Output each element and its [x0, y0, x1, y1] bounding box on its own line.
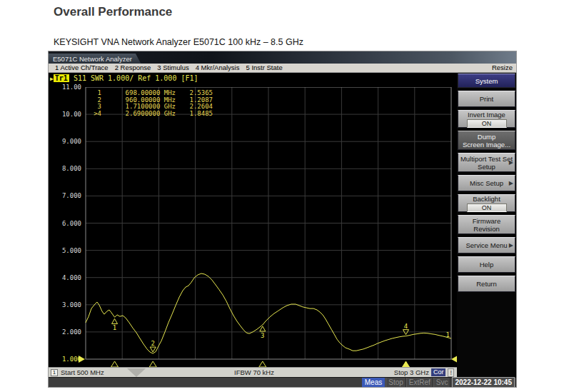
- submenu-arrow-icon: ▶: [509, 241, 513, 248]
- svc-status-badge: Svc: [433, 378, 451, 387]
- stop-status-badge: Stop: [386, 378, 406, 387]
- softkey-misc-setup[interactable]: Misc Setup▶: [458, 175, 515, 191]
- submenu-arrow-icon: ▶: [509, 179, 513, 186]
- ref-level-left-arrow-icon: [79, 356, 85, 363]
- marker-1-number: 1: [113, 324, 116, 331]
- menu-item-3[interactable]: 3 Stimulus: [157, 64, 188, 72]
- softkey-label: Help: [480, 261, 494, 268]
- menu-items: 1 Active Ch/Trace2 Response3 Stimulus4 M…: [49, 64, 283, 71]
- softkey-label: Setup: [478, 163, 495, 171]
- ref-level-right-arrow-icon: [451, 356, 457, 363]
- swr-plot: 11234: [77, 87, 457, 368]
- stop-frequency-label: Stop 3 GHz: [394, 368, 429, 377]
- document-page: Overall Performance KEYSIGHT VNA Network…: [0, 0, 564, 392]
- marker-4-stimulus-triangle: [403, 361, 410, 367]
- softkey-label: Backlight: [473, 195, 500, 203]
- meas-status-badge: Meas: [362, 378, 385, 387]
- softkey-dump-screen-image[interactable]: DumpScreen Image...: [458, 131, 515, 150]
- softkey-toggle-state: ON: [467, 203, 507, 212]
- stimulus-status-bar: 1 Start 500 MHz IFBW 70 kHz Stop 3 GHz C…: [49, 367, 457, 377]
- softkey-label: Revision: [473, 225, 499, 233]
- menu-item-4[interactable]: 4 Mkr/Analysis: [196, 64, 240, 72]
- softkey-label: Multiport Test Set: [460, 155, 513, 163]
- softkey-menu-panel: SystemPrintInvert ImageONDumpScreen Imag…: [457, 73, 516, 377]
- softkey-system[interactable]: System: [458, 74, 515, 88]
- trace-status-bar: ▶Tr1 S11 SWR 1.000/ Ref 1.000 [F1]: [50, 74, 198, 83]
- page-subtitle: KEYSIGHT VNA Network Analyzer E5071C 100…: [54, 37, 303, 47]
- submenu-arrow-icon: ▶: [509, 158, 513, 166]
- marker-2-stimulus-triangle: [149, 361, 156, 367]
- window-title: E5071C Network Analyzer: [49, 54, 142, 64]
- resize-button[interactable]: Resize: [492, 64, 513, 72]
- channel-number-box: 1: [51, 369, 58, 376]
- vna-window: E5071C Network Analyzer 1 Active Ch/Trac…: [49, 51, 516, 387]
- correction-badge: Cor: [431, 368, 446, 376]
- start-frequency-label: Start 500 MHz: [61, 368, 104, 377]
- window-titlebar[interactable]: E5071C Network Analyzer: [49, 51, 516, 64]
- softkey-label: Dump: [478, 133, 495, 141]
- menu-bar: 1 Active Ch/Trace2 Response3 Stimulus4 M…: [49, 64, 516, 73]
- softkey-firmware-revision[interactable]: FirmwareRevision: [458, 215, 515, 234]
- softkey-return[interactable]: Return: [458, 276, 515, 292]
- softkey-label: Return: [476, 280, 497, 288]
- menu-item-1[interactable]: 1 Active Ch/Trace: [55, 64, 109, 72]
- marker-3-icon: [260, 326, 266, 331]
- trace-number-label: 1: [446, 331, 450, 338]
- softkey-invert-image[interactable]: Invert ImageON: [458, 110, 515, 128]
- menu-item-5[interactable]: 5 Instr State: [246, 64, 282, 72]
- marker-2-number: 2: [151, 340, 154, 347]
- softkey-service-menu[interactable]: Service Menu▶: [458, 237, 515, 253]
- softkey-backlight[interactable]: BacklightON: [458, 194, 515, 212]
- trace-format-text: S11 SWR 1.000/ Ref 1.000 [F1]: [69, 74, 198, 82]
- softkey-label: Print: [480, 95, 494, 103]
- marker-3-stimulus-triangle: [259, 361, 266, 367]
- softkey-print[interactable]: Print: [458, 91, 515, 107]
- softkey-label: Misc Setup: [470, 179, 503, 187]
- softkey-toggle-state: ON: [467, 119, 507, 128]
- instrument-screen: ▶Tr1 S11 SWR 1.000/ Ref 1.000 [F1] 11.00…: [49, 73, 457, 377]
- marker-3-number: 3: [261, 332, 264, 339]
- datetime-display: 2022-12-22 10:45: [452, 377, 515, 388]
- alert-badge: !: [448, 368, 454, 377]
- marker-readout-table: 1698.00000 MHz2.53652960.00000 MHz1.2087…: [90, 90, 213, 117]
- softkey-label: Service Menu: [465, 241, 507, 249]
- marker-1-stimulus-triangle: [111, 361, 119, 367]
- marker-table-row: >42.6900000 GHz1.8485: [90, 111, 213, 118]
- trace-badge[interactable]: Tr1: [54, 74, 69, 82]
- marker-1-icon: [112, 318, 118, 323]
- marker-4-number: 4: [404, 323, 408, 330]
- menu-item-2[interactable]: 2 Response: [115, 64, 151, 72]
- softkey-label: Screen Image...: [463, 141, 510, 149]
- system-status-bar: Meas Stop ExtRef Svc 2022-12-22 10:45: [49, 377, 516, 387]
- softkey-label: Invert Image: [468, 111, 505, 119]
- marker-2-icon: [150, 347, 156, 352]
- extref-status-badge: ExtRef: [406, 378, 433, 387]
- ifbw-label: IFBW 70 kHz: [234, 368, 274, 377]
- softkey-label: System: [475, 77, 498, 85]
- softkey-label: Firmware: [473, 217, 501, 225]
- page-title: Overall Performance: [54, 5, 172, 19]
- marker-shadow-artifact: [127, 368, 146, 377]
- softkey-multiport-test-set-setup[interactable]: Multiport Test SetSetup▶: [458, 153, 515, 172]
- softkey-help[interactable]: Help: [458, 256, 515, 273]
